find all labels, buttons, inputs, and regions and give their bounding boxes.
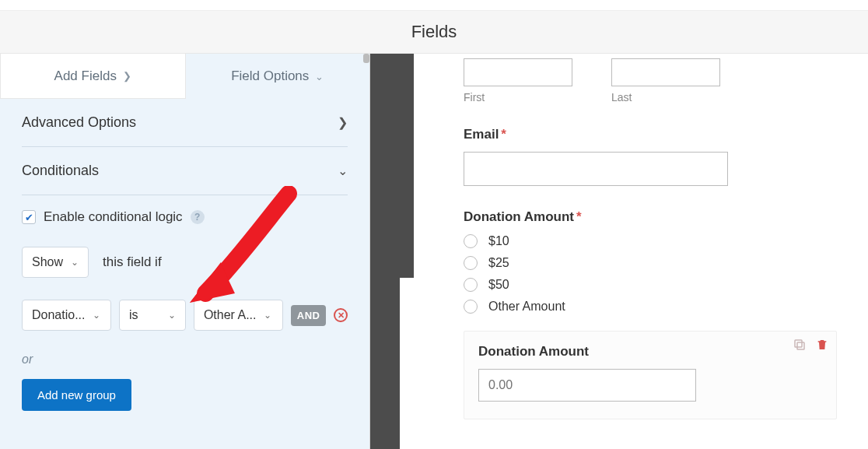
donation-label-text: Donation Amount — [464, 209, 574, 224]
last-name-input[interactable] — [611, 58, 720, 86]
chevron-down-icon: ⌄ — [93, 310, 100, 321]
header-title: Fields — [411, 22, 457, 42]
email-input[interactable] — [464, 152, 728, 186]
duplicate-field-icon[interactable] — [793, 338, 807, 355]
chevron-down-icon: ⌄ — [315, 71, 324, 82]
logic-action-value: Show — [32, 255, 63, 269]
chevron-down-icon: ⌄ — [264, 310, 271, 321]
amount-field-label: Donation Amount — [478, 344, 822, 360]
chevron-right-icon: ❯ — [338, 115, 348, 130]
delete-field-icon[interactable] — [816, 338, 828, 355]
delete-rule-icon[interactable]: ✕ — [334, 308, 348, 322]
add-and-rule-button[interactable]: AND — [291, 305, 327, 326]
chevron-down-icon: ⌄ — [71, 257, 79, 268]
radio-icon — [464, 234, 478, 248]
email-label: Email* — [464, 127, 837, 142]
donation-option[interactable]: $10 — [464, 234, 837, 248]
enable-conditional-row: ✔ Enable conditional logic ? — [22, 209, 348, 225]
rule-operator-value: is — [129, 308, 138, 322]
window-top-strip — [0, 0, 868, 11]
donation-option[interactable]: $25 — [464, 256, 837, 270]
sidebar-tabs: Add Fields ❯ Field Options ⌄ — [0, 54, 369, 99]
donation-option-label: Other Amount — [488, 300, 565, 314]
svg-rect-2 — [797, 342, 804, 349]
tab-add-fields-label: Add Fields — [54, 68, 117, 84]
first-name-col: First — [464, 58, 572, 103]
donation-amount-label: Donation Amount* — [464, 209, 837, 225]
radio-icon — [464, 256, 478, 270]
donation-option-label: $50 — [488, 278, 509, 292]
tab-field-options[interactable]: Field Options ⌄ — [186, 54, 370, 99]
field-card-actions — [793, 338, 828, 355]
last-name-col: Last — [611, 58, 720, 103]
section-conditionals[interactable]: Conditionals ⌄ — [22, 147, 348, 195]
rule-operator-select[interactable]: is ⌄ — [119, 300, 186, 331]
first-name-input[interactable] — [464, 58, 572, 86]
svg-rect-3 — [795, 340, 802, 347]
rule-field-select[interactable]: Donatio... ⌄ — [22, 300, 111, 331]
rule-value-text: Other A... — [204, 308, 257, 322]
donation-option-label: $25 — [488, 256, 509, 270]
sidebar: Add Fields ❯ Field Options ⌄ Advanced Op… — [0, 54, 370, 449]
donation-amount-input[interactable] — [478, 369, 696, 402]
required-asterisk: * — [501, 127, 506, 142]
or-separator: or — [22, 353, 348, 367]
logic-suffix-text: this field if — [103, 254, 162, 270]
chevron-right-icon: ❯ — [123, 70, 131, 82]
logic-action-select[interactable]: Show ⌄ — [22, 247, 89, 278]
required-asterisk: * — [576, 209, 582, 224]
canvas-gutter — [370, 54, 414, 449]
main-area: Add Fields ❯ Field Options ⌄ Advanced Op… — [0, 54, 868, 449]
builder-header: Fields — [0, 11, 868, 54]
donation-option[interactable]: $50 — [464, 278, 837, 292]
chevron-down-icon: ⌄ — [338, 163, 348, 178]
selected-field-card[interactable]: Donation Amount — [464, 331, 837, 419]
last-name-sublabel: Last — [611, 91, 720, 103]
first-name-sublabel: First — [464, 91, 572, 103]
logic-show-row: Show ⌄ this field if — [22, 247, 348, 278]
form-preview: First Last Email* Donation Amount* $10 $… — [414, 54, 868, 449]
add-new-group-button[interactable]: Add new group — [22, 379, 131, 411]
donation-option-label: $10 — [488, 234, 509, 248]
conditionals-label: Conditionals — [22, 163, 99, 179]
tab-add-fields[interactable]: Add Fields ❯ — [0, 54, 186, 99]
help-icon[interactable]: ? — [191, 210, 205, 224]
enable-conditional-checkbox[interactable]: ✔ — [22, 210, 36, 224]
radio-icon — [464, 300, 478, 314]
chevron-down-icon: ⌄ — [168, 310, 176, 321]
logic-rule-row: Donatio... ⌄ is ⌄ Other A... ⌄ AND ✕ — [22, 300, 348, 331]
advanced-options-label: Advanced Options — [22, 114, 136, 131]
rule-value-select[interactable]: Other A... ⌄ — [194, 300, 283, 331]
rule-field-value: Donatio... — [32, 308, 85, 322]
section-advanced-options[interactable]: Advanced Options ❯ — [22, 99, 348, 147]
donation-options: $10 $25 $50 Other Amount — [464, 234, 837, 314]
sidebar-scrollbar[interactable] — [363, 54, 369, 63]
donation-option[interactable]: Other Amount — [464, 300, 837, 314]
email-label-text: Email — [464, 127, 499, 142]
tab-field-options-label: Field Options — [231, 68, 309, 84]
enable-conditional-label: Enable conditional logic — [44, 209, 183, 225]
name-field: First Last — [464, 58, 837, 103]
conditionals-body: ✔ Enable conditional logic ? Show ⌄ this… — [0, 195, 369, 411]
radio-icon — [464, 278, 478, 292]
